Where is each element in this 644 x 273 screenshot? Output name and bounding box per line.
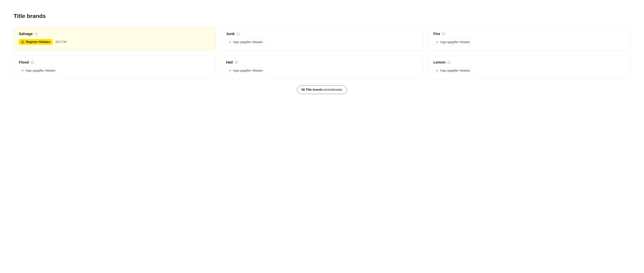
card-title: Hail: [226, 60, 233, 64]
card-title: Fire: [433, 32, 440, 36]
title-brands-panel: Title brands Salvage ? Register hitt: [3, 3, 641, 103]
status-label: Inga uppgifter hittades: [233, 40, 263, 43]
status-row: Inga uppgifter hittades: [19, 67, 211, 74]
status-label: Inga uppgifter hittades: [26, 69, 56, 72]
status-row: Inga uppgifter hittades: [226, 39, 418, 45]
brand-card-salvage: Salvage ? Register hittades 2017-08: [14, 27, 216, 50]
summary-pill[interactable]: 58 Title brands kontrollerades: [297, 85, 347, 94]
help-icon[interactable]: ?: [30, 60, 34, 64]
card-header: Fire ?: [433, 32, 625, 36]
help-icon[interactable]: ?: [236, 32, 240, 36]
brand-card-junk: Junk ? Inga uppgifter hittades: [221, 27, 423, 50]
check-icon: [436, 41, 438, 43]
card-header: Salvage ?: [19, 32, 211, 36]
status-row: Register hittades 2017-08: [19, 39, 211, 45]
status-badge-none: Inga uppgifter hittades: [226, 39, 265, 45]
summary-count: 58: [302, 88, 305, 91]
status-label: Inga uppgifter hittades: [440, 69, 470, 72]
card-title: Junk: [226, 32, 234, 36]
check-icon: [228, 69, 231, 72]
status-badge-found: Register hittades: [19, 39, 53, 45]
summary-tail: kontrollerades: [324, 88, 342, 91]
card-header: Junk ?: [226, 32, 418, 36]
cards-grid: Salvage ? Register hittades 2017-08: [14, 27, 630, 79]
status-date: 2017-08: [55, 40, 66, 44]
status-badge-none: Inga uppgifter hittades: [433, 39, 472, 45]
status-label: Inga uppgifter hittades: [440, 40, 470, 43]
help-icon[interactable]: ?: [442, 32, 446, 36]
card-title: Salvage: [19, 32, 33, 36]
help-icon[interactable]: ?: [34, 32, 38, 36]
brand-card-lemon: Lemon ? Inga uppgifter hittades: [428, 55, 630, 79]
check-icon: [436, 69, 438, 72]
help-icon[interactable]: ?: [234, 60, 238, 64]
status-label: Register hittades: [26, 40, 50, 43]
status-row: Inga uppgifter hittades: [433, 67, 625, 74]
summary-label-suffix: Title brands: [306, 88, 323, 91]
status-badge-none: Inga uppgifter hittades: [433, 67, 472, 74]
card-title: Flood: [19, 60, 29, 64]
check-icon: [228, 41, 231, 43]
card-header: Lemon ?: [433, 60, 625, 64]
status-row: Inga uppgifter hittades: [433, 39, 625, 45]
panel-title: Title brands: [14, 13, 630, 19]
status-row: Inga uppgifter hittades: [226, 67, 418, 74]
brand-card-hail: Hail ? Inga uppgifter hittades: [221, 55, 423, 79]
help-icon[interactable]: ?: [447, 60, 451, 64]
brand-card-flood: Flood ? Inga uppgifter hittades: [14, 55, 216, 79]
status-label: Inga uppgifter hittades: [233, 69, 263, 72]
status-badge-none: Inga uppgifter hittades: [226, 67, 265, 74]
card-header: Hail ?: [226, 60, 418, 64]
warning-icon: [21, 40, 24, 43]
status-badge-none: Inga uppgifter hittades: [19, 67, 58, 74]
card-title: Lemon: [433, 60, 446, 64]
card-header: Flood ?: [19, 60, 211, 64]
check-icon: [21, 69, 24, 72]
summary-row: 58 Title brands kontrollerades: [14, 85, 630, 94]
brand-card-fire: Fire ? Inga uppgifter hittades: [428, 27, 630, 50]
